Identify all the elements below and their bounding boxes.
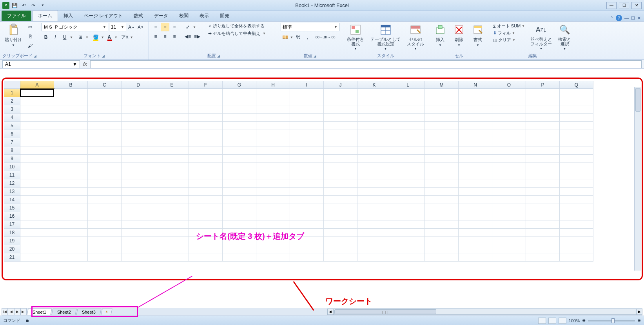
cell[interactable] [560,188,593,196]
column-header[interactable]: E [155,81,189,89]
cell[interactable] [560,237,593,245]
cell[interactable] [391,163,425,171]
cell[interactable] [88,155,122,163]
cell[interactable] [256,114,290,122]
cell[interactable] [155,229,189,237]
clipboard-dialog-launcher-icon[interactable]: ◢ [34,54,36,58]
merge-center-button[interactable]: ⬌セルを結合して中央揃え▼ [207,30,267,37]
cell[interactable] [88,163,122,171]
cell[interactable] [189,130,223,138]
row-header[interactable]: 16 [4,212,20,220]
cell[interactable] [223,245,256,253]
cell[interactable] [189,253,223,262]
cell[interactable] [223,138,256,146]
cell[interactable] [256,196,290,204]
cell[interactable] [459,179,492,188]
cell[interactable] [526,171,560,179]
cell[interactable] [324,171,357,179]
cell[interactable] [122,229,155,237]
cell[interactable] [425,97,459,105]
cell[interactable] [459,220,492,229]
cell[interactable] [122,220,155,229]
cell[interactable] [492,237,526,245]
cell[interactable] [391,204,425,212]
cell[interactable] [20,204,54,212]
cell[interactable] [492,114,526,122]
cell[interactable] [20,188,54,196]
cell[interactable] [425,253,459,262]
cell[interactable] [155,171,189,179]
hscroll-right-icon[interactable]: ▶ [636,309,642,315]
cell[interactable] [122,253,155,262]
column-header[interactable]: K [357,81,391,89]
cell[interactable] [122,212,155,220]
cell[interactable] [122,179,155,188]
increase-indent-icon[interactable]: ≡▶ [193,32,201,41]
cell[interactable] [223,122,256,130]
cell[interactable] [425,179,459,188]
cell[interactable] [54,105,88,114]
sheet-nav-last-icon[interactable]: ▶I [20,308,27,315]
cell[interactable] [155,220,189,229]
tab-developer[interactable]: 開発 [214,11,235,21]
cell[interactable] [526,130,560,138]
cell[interactable] [290,130,324,138]
cell[interactable] [122,130,155,138]
cell[interactable] [122,163,155,171]
phonetic-icon[interactable]: ア亜 [121,33,129,42]
cell[interactable] [391,237,425,245]
sheet-tab-2[interactable]: Sheet2 [51,309,76,315]
italic-button[interactable]: I [51,33,60,42]
cell[interactable] [88,146,122,155]
cell[interactable] [155,196,189,204]
cell[interactable] [391,188,425,196]
zoom-level[interactable]: 100% [569,318,580,323]
cell-styles-button[interactable]: セルの スタイル▼ [405,23,426,51]
cell[interactable] [526,188,560,196]
cell[interactable] [223,146,256,155]
cell[interactable] [357,130,391,138]
cell[interactable] [290,188,324,196]
cell[interactable] [560,138,593,146]
cell[interactable] [324,122,357,130]
cell[interactable] [88,229,122,237]
row-header[interactable]: 12 [4,179,20,188]
row-header[interactable]: 21 [4,253,20,262]
cell[interactable] [425,188,459,196]
font-dialog-launcher-icon[interactable]: ◢ [102,54,105,58]
cell[interactable] [122,237,155,245]
cell[interactable] [20,138,54,146]
cell[interactable] [492,163,526,171]
cell[interactable] [459,253,492,262]
cell[interactable] [357,253,391,262]
cell[interactable] [223,212,256,220]
cell[interactable] [324,204,357,212]
cell[interactable] [54,188,88,196]
cell[interactable] [324,155,357,163]
cell[interactable] [492,212,526,220]
autosum-button[interactable]: Σオート SUM▼ [492,23,526,29]
cell[interactable] [155,89,189,97]
cell[interactable] [459,122,492,130]
cell[interactable] [223,220,256,229]
cell[interactable] [492,146,526,155]
cell[interactable] [391,138,425,146]
cell[interactable] [256,105,290,114]
font-color-icon[interactable]: A [105,33,114,42]
cell[interactable] [54,253,88,262]
cell[interactable] [290,253,324,262]
cell[interactable] [88,122,122,130]
column-header[interactable]: L [391,81,425,89]
zoom-in-icon[interactable]: ⊕ [637,318,641,323]
cell[interactable] [526,253,560,262]
cell[interactable] [492,253,526,262]
cell[interactable] [88,114,122,122]
cell[interactable] [357,155,391,163]
cell[interactable] [492,229,526,237]
orientation-icon[interactable]: ⤢ [183,23,192,31]
format-cells-button[interactable]: 書式▼ [469,23,486,48]
cell[interactable] [155,105,189,114]
cell[interactable] [459,130,492,138]
delete-cells-button[interactable]: 削除▼ [450,23,468,48]
cell[interactable] [492,97,526,105]
